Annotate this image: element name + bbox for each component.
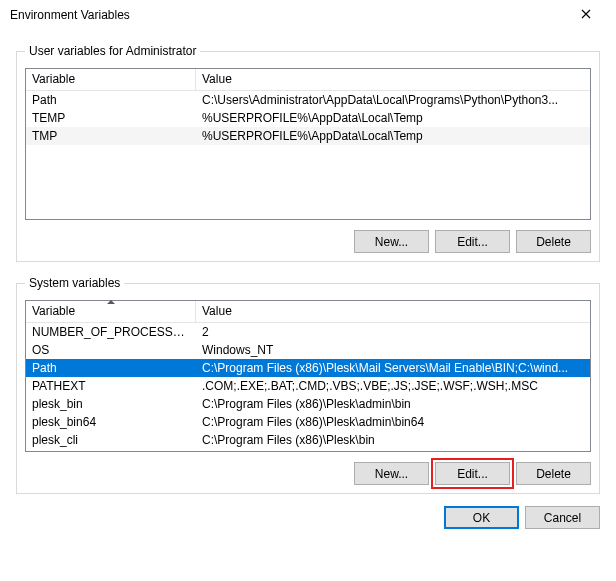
list-body[interactable]: Path C:\Users\Administrator\AppData\Loca… xyxy=(26,91,590,219)
cell-value: C:\Program Files (x86)\Plesk\admin\bin64 xyxy=(196,414,590,430)
table-row[interactable] xyxy=(26,449,590,451)
table-row[interactable]: TMP %USERPROFILE%\AppData\Local\Temp xyxy=(26,127,590,145)
cell-value: %USERPROFILE%\AppData\Local\Temp xyxy=(196,128,590,144)
delete-button[interactable]: Delete xyxy=(516,462,591,485)
user-variables-group: User variables for Administrator Variabl… xyxy=(16,44,600,262)
user-variables-list[interactable]: Variable Value Path C:\Users\Administrat… xyxy=(25,68,591,220)
cell-variable: plesk_bin xyxy=(26,396,196,412)
column-value[interactable]: Value xyxy=(196,301,590,322)
cell-value: C:\Users\Administrator\AppData\Local\Pro… xyxy=(196,92,590,108)
cell-variable: Path xyxy=(26,92,196,108)
system-variables-list[interactable]: Variable Value NUMBER_OF_PROCESSORS 2 OS… xyxy=(25,300,591,452)
title-bar: Environment Variables xyxy=(0,0,616,30)
list-body[interactable]: NUMBER_OF_PROCESSORS 2 OS Windows_NT Pat… xyxy=(26,323,590,451)
ok-button[interactable]: OK xyxy=(444,506,519,529)
close-button[interactable] xyxy=(566,1,606,29)
table-row[interactable]: plesk_bin C:\Program Files (x86)\Plesk\a… xyxy=(26,395,590,413)
edit-button[interactable]: Edit... xyxy=(435,230,510,253)
table-row[interactable]: TEMP %USERPROFILE%\AppData\Local\Temp xyxy=(26,109,590,127)
system-buttons-row: New... Edit... Delete xyxy=(25,462,591,485)
user-buttons-row: New... Edit... Delete xyxy=(25,230,591,253)
sort-ascending-icon xyxy=(107,300,115,304)
new-button[interactable]: New... xyxy=(354,462,429,485)
cell-variable: PATHEXT xyxy=(26,378,196,394)
cell-value: .COM;.EXE;.BAT;.CMD;.VBS;.VBE;.JS;.JSE;.… xyxy=(196,378,590,394)
cell-value: C:\Program Files (x86)\Plesk\admin\bin xyxy=(196,396,590,412)
cell-value: C:\Program Files (x86)\Plesk\bin xyxy=(196,432,590,448)
table-row[interactable]: plesk_bin64 C:\Program Files (x86)\Plesk… xyxy=(26,413,590,431)
cell-variable: TMP xyxy=(26,128,196,144)
cell-value: Windows_NT xyxy=(196,342,590,358)
cell-variable: plesk_cli xyxy=(26,432,196,448)
cell-variable: NUMBER_OF_PROCESSORS xyxy=(26,324,196,340)
column-variable[interactable]: Variable xyxy=(26,301,196,322)
table-row[interactable]: Path C:\Users\Administrator\AppData\Loca… xyxy=(26,91,590,109)
table-row[interactable]: plesk_cli C:\Program Files (x86)\Plesk\b… xyxy=(26,431,590,449)
list-header: Variable Value xyxy=(26,301,590,323)
edit-button[interactable]: Edit... xyxy=(435,462,510,485)
new-button[interactable]: New... xyxy=(354,230,429,253)
cell-variable: plesk_bin64 xyxy=(26,414,196,430)
system-group-legend: System variables xyxy=(25,276,124,290)
table-row[interactable]: OS Windows_NT xyxy=(26,341,590,359)
delete-button[interactable]: Delete xyxy=(516,230,591,253)
cell-value: C:\Program Files (x86)\Plesk\Mail Server… xyxy=(196,360,590,376)
user-group-legend: User variables for Administrator xyxy=(25,44,200,58)
column-value[interactable]: Value xyxy=(196,69,590,90)
close-icon xyxy=(581,8,591,22)
edit-button-highlight: Edit... xyxy=(435,462,510,485)
system-variables-group: System variables Variable Value NUMBER_O… xyxy=(16,276,600,494)
column-variable[interactable]: Variable xyxy=(26,69,196,90)
cancel-button[interactable]: Cancel xyxy=(525,506,600,529)
cell-value: %USERPROFILE%\AppData\Local\Temp xyxy=(196,110,590,126)
list-header: Variable Value xyxy=(26,69,590,91)
dialog-buttons-row: OK Cancel xyxy=(0,494,616,539)
cell-variable: Path xyxy=(26,360,196,376)
window-title: Environment Variables xyxy=(10,8,566,22)
table-row-selected[interactable]: Path C:\Program Files (x86)\Plesk\Mail S… xyxy=(26,359,590,377)
cell-value: 2 xyxy=(196,324,590,340)
cell-variable: TEMP xyxy=(26,110,196,126)
column-variable-label: Variable xyxy=(32,304,75,318)
cell-variable: OS xyxy=(26,342,196,358)
table-row[interactable]: NUMBER_OF_PROCESSORS 2 xyxy=(26,323,590,341)
table-row[interactable]: PATHEXT .COM;.EXE;.BAT;.CMD;.VBS;.VBE;.J… xyxy=(26,377,590,395)
